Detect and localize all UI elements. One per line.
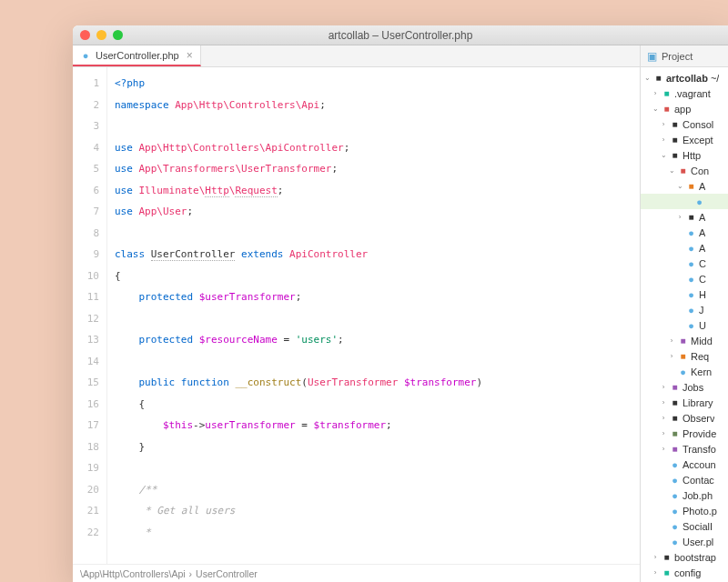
php-file-icon: [669, 505, 681, 517]
folder-icon: [669, 412, 681, 424]
folder-icon: [685, 180, 697, 192]
tree-item[interactable]: ⌄app: [641, 101, 728, 116]
editor-tab-usercontroller[interactable]: UserController.php ×: [73, 45, 201, 66]
tree-item[interactable]: User.pl: [641, 534, 728, 549]
code-line[interactable]: [115, 308, 632, 330]
tree-item[interactable]: Job.ph: [641, 487, 728, 503]
line-number: 21: [73, 500, 99, 522]
tree-item[interactable]: ›Req: [641, 348, 728, 364]
line-number: 6: [73, 180, 99, 202]
tree-item[interactable]: Contac: [641, 472, 728, 487]
code-line[interactable]: }: [115, 436, 632, 458]
tree-item[interactable]: A: [641, 240, 728, 256]
php-file-icon: [669, 520, 681, 532]
tree-item-label: Accoun: [682, 459, 716, 470]
line-number: 9: [73, 244, 99, 266]
tree-item[interactable]: ›Jobs: [641, 379, 728, 395]
tree-item-label: Except: [682, 135, 713, 146]
line-number: 16: [73, 394, 99, 416]
tree-item[interactable]: J: [641, 302, 728, 317]
code-line[interactable]: use Illuminate\Http\Request;: [115, 180, 632, 202]
line-number: 20: [73, 479, 99, 501]
sidebar-header[interactable]: Project: [641, 45, 728, 67]
code-line[interactable]: use App\Http\Controllers\ApiController;: [115, 137, 632, 159]
code-editor[interactable]: 12345678910111213141516171819202122 <?ph…: [73, 67, 640, 564]
line-number: 11: [73, 286, 99, 308]
code-line[interactable]: class UserController extends ApiControll…: [115, 244, 632, 266]
project-tree[interactable]: ⌄artcollab ~/›.vagrant⌄app›Consol›Except…: [641, 67, 728, 582]
code-line[interactable]: namespace App\Http\Controllers\Api;: [115, 95, 632, 116]
line-number: 4: [73, 137, 99, 159]
tree-item[interactable]: U: [641, 317, 728, 333]
php-file-icon: [669, 489, 681, 501]
tree-item[interactable]: ›Provide: [641, 426, 728, 441]
code-line[interactable]: public function __construct(UserTransfor…: [115, 372, 632, 394]
tree-item-label: config: [674, 567, 701, 578]
close-window-button[interactable]: [80, 30, 90, 40]
breadcrumb-current: UserController: [196, 568, 258, 579]
zoom-window-button[interactable]: [113, 30, 123, 40]
tree-item[interactable]: H: [641, 286, 728, 302]
tree-item[interactable]: ›Observ: [641, 410, 728, 426]
code-line[interactable]: /**: [115, 479, 632, 501]
folder-icon: [669, 381, 681, 393]
code-line[interactable]: [115, 351, 632, 373]
window-title: artcollab – UserController.php: [73, 29, 728, 42]
code-line[interactable]: *: [115, 522, 632, 544]
code-line[interactable]: {: [115, 394, 632, 416]
tree-item[interactable]: Accoun: [641, 457, 728, 472]
code-content[interactable]: <?phpnamespace App\Http\Controllers\Api;…: [107, 67, 640, 564]
line-number: 18: [73, 436, 99, 458]
breadcrumb-sep-icon: ›: [189, 568, 193, 579]
code-line[interactable]: $this->userTransformer = $transformer;: [115, 415, 632, 436]
tree-item-label: Midd: [691, 336, 713, 346]
tree-item[interactable]: ›Consol: [641, 116, 728, 132]
tree-item[interactable]: ›config: [641, 565, 728, 580]
php-file-icon: [677, 366, 689, 377]
tree-item[interactable]: ›Except: [641, 132, 728, 147]
folder-icon: [669, 443, 681, 455]
tree-item[interactable]: Photo.p: [641, 503, 728, 518]
tree-item[interactable]: Kern: [641, 364, 728, 379]
tree-item[interactable]: A: [641, 225, 728, 240]
folder-icon: [685, 211, 697, 223]
code-line[interactable]: [115, 115, 632, 137]
tree-item[interactable]: ›Midd: [641, 333, 728, 348]
code-line[interactable]: protected $resourceName = 'users';: [115, 329, 632, 351]
tree-item[interactable]: [641, 194, 728, 209]
tree-item[interactable]: ›A: [641, 209, 728, 225]
tree-item[interactable]: ›.vagrant: [641, 85, 728, 101]
tree-item-label: Photo.p: [682, 506, 717, 517]
tree-item[interactable]: ›Library: [641, 395, 728, 410]
tree-item[interactable]: C: [641, 271, 728, 286]
folder-icon: [661, 87, 672, 99]
code-line[interactable]: protected $userTransformer;: [115, 286, 632, 308]
code-line[interactable]: use App\Transformers\UserTransformer;: [115, 158, 632, 180]
code-line[interactable]: <?php: [115, 73, 632, 95]
code-line[interactable]: [115, 223, 632, 245]
line-number: 10: [73, 266, 99, 287]
tree-item[interactable]: ›Transfo: [641, 441, 728, 457]
tab-label: UserController.php: [96, 50, 179, 61]
tree-item[interactable]: SocialI: [641, 518, 728, 534]
folder-icon: [669, 118, 681, 130]
tree-item[interactable]: ⌄Con: [641, 163, 728, 178]
folder-icon: [652, 72, 664, 84]
tree-item[interactable]: ›bootstrap: [641, 549, 728, 565]
tree-item[interactable]: ⌄Http: [641, 147, 728, 163]
code-line[interactable]: {: [115, 266, 632, 287]
tree-root[interactable]: ⌄artcollab ~/: [641, 70, 728, 85]
line-number: 3: [73, 115, 99, 137]
close-tab-icon[interactable]: ×: [187, 49, 193, 62]
code-line[interactable]: * Get all users: [115, 500, 632, 522]
tree-item-label: app: [674, 104, 691, 115]
code-line[interactable]: use App\User;: [115, 201, 632, 223]
minimize-window-button[interactable]: [96, 30, 106, 40]
breadcrumb[interactable]: \App\Http\Controllers\Api › UserControll…: [73, 564, 640, 582]
line-number: 1: [73, 73, 99, 95]
tree-item[interactable]: ⌄A: [641, 178, 728, 194]
code-line[interactable]: [115, 457, 632, 479]
tree-item[interactable]: C: [641, 256, 728, 271]
tree-item-label: Library: [682, 397, 713, 408]
tree-item-label: J: [699, 305, 704, 316]
